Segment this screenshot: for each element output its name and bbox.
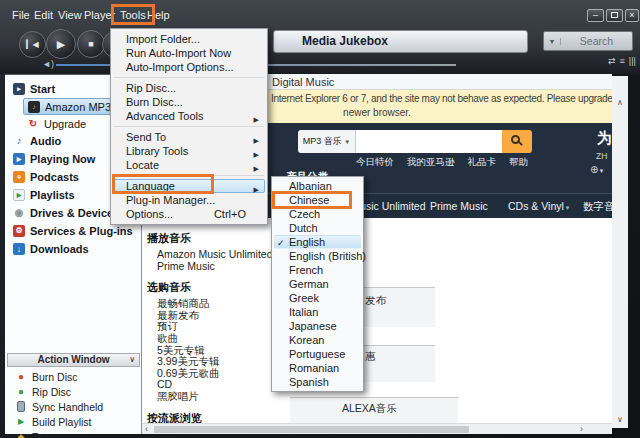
menu-item-rip-disc[interactable]: Rip Disc... [113,81,265,95]
store-card-title: ALEXA音乐 [342,402,397,416]
sidebar-item-downloads[interactable]: ↓Downloads [5,240,141,258]
store-link-item[interactable]: 礼品卡 [468,156,497,169]
submenu-arrow-icon: ▶ [254,162,259,175]
action-item-rip-disc[interactable]: ●Rip Disc [5,384,141,399]
language-item-czech[interactable]: Czech [274,207,361,221]
submenu-arrow-icon: ▶ [254,113,259,126]
action-item-sync-handheld[interactable]: Sync Handheld [5,399,141,414]
action-item-label: Build Playlist [32,416,92,428]
action-item-burn-disc[interactable]: ●Burn Disc [5,369,141,384]
menu-item-import-folder[interactable]: Import Folder... [113,32,265,46]
columns-icon[interactable]: ||| [629,56,636,66]
search-dropdown-icon[interactable]: ▼ [544,38,561,45]
menu-item-advanced-tools[interactable]: Advanced Tools▶ [113,109,265,123]
start-icon: ▸ [13,83,25,95]
language-item-japanese[interactable]: Japanese [274,319,361,333]
scroll-right-icon[interactable]: › [580,424,583,434]
action-window-header[interactable]: Action Window ∨ [7,353,140,367]
language-item-english-british[interactable]: English (British) [274,249,361,263]
search-category-dropdown[interactable]: MP3 音乐 ▼ [298,130,356,153]
menu-item-run-auto-import-now[interactable]: Run Auto-Import Now [113,46,265,60]
horizontal-scrollbar-thumb[interactable] [154,426,469,433]
store-link-item[interactable]: 今日特价 [356,156,394,169]
menu-item-auto-import-options[interactable]: Auto-Import Options... [113,60,265,74]
store-sidenav-section: 选购音乐最畅销商品最新发布预订歌曲5美元专辑3.99美元专辑0.69美元歌曲CD… [147,280,277,402]
store-sidenav-item-amazon-music-unlimited[interactable]: Amazon Music Unlimited [147,249,277,261]
language-item-label: Japanese [289,320,337,332]
menubar-item-view[interactable]: View [58,9,82,21]
play-button[interactable]: ▶ [46,29,76,59]
store-nav-cds-vinyl[interactable]: CDs & Vinyl ▾ [508,194,569,219]
partial-promo-text: 为 [597,129,612,148]
menu-item-plug-in-manager[interactable]: Plug-in Manager... [113,193,265,207]
store-sidenav-section: 播放音乐Amazon Music UnlimitedPrime Music [147,231,277,272]
language-item-label: English (British) [289,250,366,262]
action-item-tag[interactable]: ◆Tag [5,429,141,438]
sidebar-item-label: Services & Plug-ins [30,225,133,237]
menu-item-locate[interactable]: Locate▶ [113,158,265,172]
drives-icon: ◉ [13,207,25,219]
horizontal-scrollbar[interactable]: ‹ › [142,423,612,434]
store-sidenav-item-3-99[interactable]: 3.99美元专辑 [147,356,277,368]
menu-separator [114,126,264,127]
stop-button[interactable]: ■ [77,30,105,58]
store-sidenav-item-item[interactable]: 黑胶唱片 [147,391,277,403]
menubar: FileEditViewPlayerToolsHelp [0,9,400,24]
menu-item-options[interactable]: Options...Ctrl+O [113,207,265,221]
previous-button[interactable]: ▎◀ [19,31,46,58]
language-item-label: Dutch [289,222,318,234]
menu-item-label: Import Folder... [126,33,200,45]
menu-item-burn-disc[interactable]: Burn Disc... [113,95,265,109]
action-item-build-playlist[interactable]: ▶Build Playlist [5,414,141,429]
menu-separator [114,77,264,78]
chevron-down-icon[interactable]: ∨ [129,354,135,366]
store-link-item[interactable]: 帮助 [509,156,528,169]
language-item-dutch[interactable]: Dutch [274,221,361,235]
store-card[interactable]: ALEXA音乐 [290,397,458,423]
language-item-german[interactable]: German [274,277,361,291]
store-sidenav-title: 选购音乐 [147,280,277,295]
search-box[interactable]: ▼ Search [543,31,633,51]
scroll-down-icon[interactable]: ∨ [612,415,628,424]
language-item-french[interactable]: French [274,263,361,277]
language-item-spanish[interactable]: Spanish [274,375,361,389]
menu-item-library-tools[interactable]: Library Tools▶ [113,144,265,158]
shuffle-icon[interactable]: ⇄ [608,56,616,66]
store-nav-item[interactable]: 数字音乐 ▾ [583,194,612,219]
language-item-korean[interactable]: Korean [274,333,361,347]
language-item-greek[interactable]: Greek [274,291,361,305]
scroll-up-icon[interactable]: ∧ [612,98,628,107]
close-button[interactable]: × [625,9,639,22]
menu-item-label: Rip Disc... [126,82,176,94]
menubar-item-file[interactable]: File [12,9,30,21]
amazon-store-icon: ♪ [28,101,40,113]
minimize-button[interactable]: – [587,9,604,22]
store-header-links: 今日特价我的亚马逊礼品卡帮助 [356,156,528,169]
store-nav-prime-music[interactable]: Prime Music [430,194,488,219]
menu-item-label: Library Tools [126,145,188,157]
scroll-left-icon[interactable]: ‹ [145,424,148,434]
language-item-romanian[interactable]: Romanian [274,361,361,375]
annotation-box-tools [111,4,155,25]
language-item-italian[interactable]: Italian [274,305,361,319]
store-search-input[interactable] [356,130,502,153]
playing-now-icon: ▶ [13,153,25,165]
downloads-icon: ↓ [13,243,25,255]
audio-icon: ♪ [13,135,25,147]
language-item-portuguese[interactable]: Portuguese [274,347,361,361]
maximize-icon [611,12,618,18]
menu-item-send-to[interactable]: Send To▶ [113,130,265,144]
store-search-button[interactable] [502,130,532,153]
store-sidenav-item-item[interactable]: 歌曲 [147,333,277,345]
store-sidenav-item-prime-music[interactable]: Prime Music [147,261,277,273]
globe-icon[interactable]: ⊕▼ [590,164,604,175]
sidebar-item-label: Playlists [30,189,75,201]
view-title: Digital Music [272,76,334,88]
store-link-item[interactable]: 我的亚马逊 [407,156,455,169]
tag-icon: ◆ [15,431,27,438]
vertical-scrollbar[interactable]: ∧ ∨ [612,76,628,428]
maximize-button[interactable] [606,9,623,22]
language-item-english[interactable]: ✓English [274,235,361,249]
menubar-item-edit[interactable]: Edit [34,9,53,21]
continuous-icon[interactable]: ≡ [620,56,625,66]
